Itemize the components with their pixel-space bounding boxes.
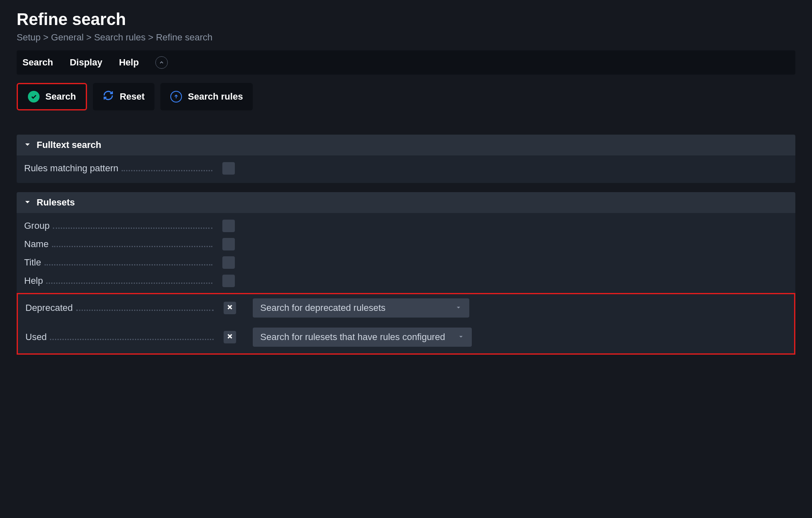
checkbox-help[interactable] — [222, 275, 235, 287]
label-rules-matching-pattern: Rules matching pattern — [24, 163, 118, 174]
select-used[interactable]: Search for rulesets that have rules conf… — [253, 328, 472, 347]
reset-button-label: Reset — [120, 91, 144, 102]
close-icon — [226, 332, 234, 342]
section-fulltext-header[interactable]: Fulltext search — [17, 135, 795, 155]
caret-down-icon — [24, 140, 31, 150]
menu-display[interactable]: Display — [70, 57, 102, 68]
row-rules-matching-pattern: Rules matching pattern — [24, 162, 788, 175]
page-title: Refine search — [17, 10, 795, 29]
row-deprecated: Deprecated Search for deprecated ruleset… — [18, 298, 794, 318]
label-help: Help — [24, 275, 43, 286]
checkbox-rules-matching-pattern[interactable] — [222, 162, 235, 175]
dots-filler — [52, 246, 212, 247]
menu-help[interactable]: Help — [119, 57, 139, 68]
search-rules-button[interactable]: Search rules — [160, 83, 253, 110]
caret-down-icon — [455, 303, 462, 313]
breadcrumb: Setup > General > Search rules > Refine … — [17, 32, 795, 43]
caret-down-icon — [458, 332, 464, 343]
row-name: Name — [24, 238, 788, 250]
collapse-button[interactable] — [155, 56, 168, 69]
checkbox-title[interactable] — [222, 256, 235, 269]
checkbox-group[interactable] — [222, 220, 235, 232]
menu-bar: Search Display Help — [17, 50, 795, 75]
menu-search[interactable]: Search — [22, 57, 53, 68]
select-deprecated-value: Search for deprecated rulesets — [260, 303, 386, 313]
reset-button[interactable]: Reset — [93, 83, 154, 110]
highlighted-rows: Deprecated Search for deprecated ruleset… — [17, 293, 795, 355]
checkbox-deprecated[interactable] — [224, 302, 236, 314]
section-fulltext-body: Rules matching pattern — [17, 155, 795, 183]
select-used-value: Search for rulesets that have rules conf… — [260, 332, 445, 343]
caret-down-icon — [24, 198, 31, 208]
search-button-label: Search — [45, 91, 76, 102]
section-rulesets-header[interactable]: Rulesets — [17, 192, 795, 213]
page-container: Refine search Setup > General > Search r… — [0, 0, 812, 374]
label-deprecated: Deprecated — [25, 303, 73, 313]
section-rulesets: Rulesets Group Name Title — [17, 192, 795, 355]
dots-filler — [122, 170, 212, 171]
label-group: Group — [24, 220, 50, 231]
checkbox-used[interactable] — [224, 331, 236, 343]
label-name: Name — [24, 239, 49, 250]
dots-filler — [46, 283, 212, 284]
section-fulltext-title: Fulltext search — [37, 140, 101, 150]
checkbox-name[interactable] — [222, 238, 235, 250]
row-help: Help — [24, 275, 788, 287]
row-group: Group — [24, 220, 788, 232]
section-fulltext: Fulltext search Rules matching pattern — [17, 135, 795, 183]
dots-filler — [76, 310, 214, 311]
row-used: Used Search for rulesets that have rules… — [18, 328, 794, 347]
label-used: Used — [25, 332, 47, 343]
section-rulesets-body: Group Name Title — [17, 213, 795, 355]
reset-icon — [103, 90, 114, 103]
close-icon — [226, 303, 234, 313]
dots-filler — [50, 339, 214, 340]
dots-filler — [45, 264, 212, 265]
check-icon — [28, 91, 40, 103]
dots-filler — [53, 228, 212, 229]
label-title: Title — [24, 257, 41, 268]
arrow-up-circle-icon — [170, 91, 182, 103]
section-rulesets-title: Rulesets — [37, 197, 75, 208]
select-deprecated[interactable]: Search for deprecated rulesets — [253, 298, 469, 318]
search-button[interactable]: Search — [17, 83, 87, 110]
row-title: Title — [24, 256, 788, 269]
search-rules-button-label: Search rules — [188, 91, 243, 102]
chevron-up-icon — [159, 58, 164, 68]
action-row: Search Reset Search rules — [17, 83, 795, 110]
